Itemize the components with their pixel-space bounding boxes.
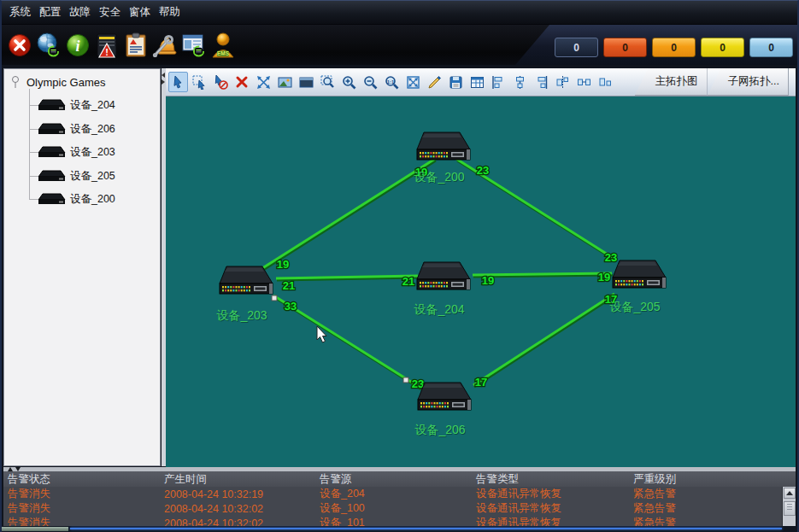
alarm-counter-orange[interactable]: 0 (652, 38, 696, 57)
topo-tool-save-icon[interactable] (446, 72, 466, 92)
topo-tool-pointer-block-icon[interactable] (211, 72, 231, 92)
topo-tool-fit-icon[interactable] (403, 72, 423, 92)
topo-tool-link-pen-icon[interactable] (425, 72, 444, 92)
alarm-row-1[interactable]: 告警消失2008-04-24 10:32:02设备_100设备通讯异常恢复紧急告… (3, 501, 796, 516)
topo-tool-distribute-c-icon[interactable] (596, 72, 615, 92)
splitter-collapse-right-icon[interactable] (162, 79, 165, 85)
topo-tool-image-icon[interactable] (275, 72, 295, 92)
topo-device[interactable]: 设备_204设备_204 (414, 262, 470, 317)
link-port-label: 19 (482, 274, 494, 287)
link-port-label: 19 (277, 258, 289, 271)
switch-icon (38, 193, 66, 205)
menu-item-1[interactable]: 配置 (35, 1, 65, 24)
topo-tool-zoom-ratio-icon[interactable]: 1:1 (382, 72, 402, 92)
alarm-counter-red[interactable]: 0 (603, 38, 647, 57)
device-label: 设备_205 (609, 300, 660, 313)
topo-tool-panel-icon[interactable] (297, 72, 316, 92)
topo-tool-distribute-a-icon[interactable] (553, 72, 573, 92)
tree-root-label: Olympic Games (26, 76, 105, 89)
topo-device[interactable]: 设备_205设备_205 (609, 260, 666, 314)
menu-item-2[interactable]: 故障 (65, 1, 95, 24)
topo-tool-transform-icon[interactable] (254, 72, 273, 92)
topo-tab-0[interactable]: 主拓扑图 (635, 68, 708, 96)
alarm-cell: 设备_204 (315, 487, 472, 501)
topo-link-2[interactable]: 2121 (276, 275, 419, 292)
splitter-collapse-left-icon[interactable] (162, 73, 165, 78)
alarm-row-0[interactable]: 告警消失2008-04-24 10:32:19设备_204设备通讯异常恢复紧急告… (3, 487, 796, 501)
topo-tool-zoom-out-icon[interactable] (361, 72, 380, 92)
topo-device[interactable]: 设备_200设备_200 (414, 132, 470, 184)
alarm-cell: 紧急告警 (629, 487, 796, 501)
globe-sync-icon[interactable] (36, 32, 62, 61)
resize-grip (2, 527, 68, 531)
link-port-label: 21 (402, 275, 414, 288)
topo-tool-delete-icon[interactable] (232, 72, 252, 92)
ems-user-icon[interactable]: EMS (210, 32, 236, 61)
device-label: 设备_203 (216, 308, 267, 322)
topo-link-1[interactable]: 2323 (456, 159, 617, 264)
link-handle[interactable] (403, 377, 408, 383)
alarm-scrollbar[interactable] (782, 487, 796, 527)
alarm-col-header-3[interactable]: 告警类型 (472, 472, 629, 487)
link-port-label: 17 (475, 376, 487, 389)
alarm-col-header-4[interactable]: 严重级别 (629, 472, 796, 487)
topo-tab-1[interactable]: 子网拓扑... (708, 68, 789, 96)
menu-item-5[interactable]: 帮助 (155, 1, 185, 24)
link-port-label: 23 (605, 251, 617, 264)
topo-tool-align-right-icon[interactable] (532, 72, 551, 92)
menu-item-3[interactable]: 安全 (95, 1, 125, 24)
topo-tool-zoom-in-icon[interactable] (339, 72, 359, 92)
menu-item-0[interactable]: 系统 (5, 1, 35, 24)
topo-tool-distribute-b-icon[interactable] (574, 72, 594, 92)
topo-device[interactable]: 设备_206设备_206 (414, 383, 471, 437)
tree-item-4[interactable]: 设备_200 (4, 188, 160, 210)
tree-item-3[interactable]: 设备_205 (4, 165, 160, 187)
close-icon[interactable] (7, 32, 32, 61)
scroll-thumb[interactable] (784, 501, 796, 516)
alarm-panel-icon[interactable]: ! (94, 32, 120, 61)
tree-item-label: 设备_205 (70, 165, 115, 187)
topo-tool-zoom-rect-icon[interactable] (318, 72, 338, 92)
alarm-col-header-2[interactable]: 告警源 (315, 472, 472, 487)
topo-tool-table-icon[interactable] (467, 72, 487, 92)
alarm-cell: 设备通讯异常恢复 (472, 487, 629, 501)
svg-text:!: ! (105, 47, 109, 57)
switch-icon (38, 99, 66, 111)
info-icon[interactable]: i (65, 32, 91, 61)
tree-item-0[interactable]: 设备_204 (4, 94, 160, 116)
link-handle[interactable] (272, 295, 277, 301)
topo-tool-align-mid-icon[interactable] (510, 72, 530, 92)
topo-link-0[interactable]: 1919 (260, 159, 436, 272)
topo-tool-pointer-icon[interactable] (168, 72, 188, 92)
link-port-label: 21 (283, 279, 295, 292)
topology-canvas[interactable]: 191923232121191933231717设备_200设备_200设备_2… (166, 96, 796, 468)
alarm-panel: 告警状态产生时间告警源告警类型严重级别 告警消失2008-04-24 10:32… (3, 467, 796, 527)
menu-bar: 系统配置故障安全窗体帮助 (2, 1, 797, 25)
link-port-label: 33 (285, 300, 297, 313)
tree-item-label: 设备_200 (70, 188, 115, 210)
topo-device[interactable]: 设备_203设备_203 (216, 266, 273, 323)
switch-icon (38, 123, 66, 135)
topo-link-4[interactable]: 3323 (273, 295, 424, 390)
topology-toolbar: 1:1 主拓扑图子网拓扑... (166, 68, 796, 96)
svg-text:EMS: EMS (217, 50, 230, 56)
alarm-counter-navy[interactable]: 0 (555, 38, 598, 57)
notes-icon[interactable] (123, 32, 149, 61)
topo-link-3[interactable]: 1919 (473, 271, 613, 287)
menu-item-4[interactable]: 窗体 (125, 1, 155, 24)
alarm-counter-blue[interactable]: 0 (749, 38, 793, 57)
topo-tool-align-left-icon[interactable] (489, 72, 508, 92)
tree-item-1[interactable]: 设备_206 (4, 118, 160, 140)
alarm-counter-yellow[interactable]: 0 (701, 38, 744, 57)
scroll-up-icon[interactable] (784, 488, 796, 499)
alarm-col-header-0[interactable]: 告警状态 (3, 472, 160, 487)
bottom-border-line (70, 528, 782, 529)
tree-item-2[interactable]: 设备_203 (4, 141, 160, 163)
tree-root[interactable]: Olympic Games (9, 73, 105, 91)
bell-wrench-icon[interactable] (152, 32, 178, 61)
alarm-cell: 设备通讯异常恢复 (472, 501, 629, 516)
alarm-col-header-1[interactable]: 产生时间 (160, 472, 315, 487)
topo-tool-pointer-box-icon[interactable] (190, 72, 209, 92)
window-sync-icon[interactable] (181, 32, 207, 61)
topo-link-5[interactable]: 1717 (473, 293, 617, 389)
